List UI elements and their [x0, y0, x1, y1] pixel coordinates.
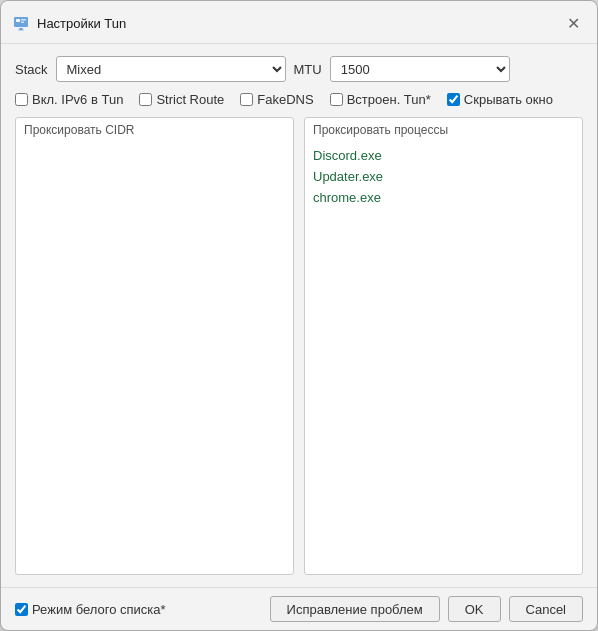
- app-icon: [13, 15, 29, 31]
- window-title: Настройки Tun: [37, 16, 126, 31]
- svg-rect-5: [18, 30, 24, 31]
- stack-mtu-row: Stack Mixed System gVisor MTU 1500 9000: [15, 56, 583, 82]
- cancel-button[interactable]: Cancel: [509, 596, 583, 622]
- whitelist-label: Режим белого списка*: [32, 602, 166, 617]
- hide-window-checkbox-item[interactable]: Скрывать окно: [447, 92, 553, 107]
- processes-panel-title: Проксировать процессы: [305, 118, 582, 142]
- processes-panel-content: Discord.exe Updater.exe chrome.exe: [305, 142, 582, 574]
- bottom-bar: Режим белого списка* Исправление проблем…: [1, 587, 597, 630]
- title-bar-left: Настройки Tun: [13, 15, 126, 31]
- fakedns-label: FakeDNS: [257, 92, 313, 107]
- strict-route-label: Strict Route: [156, 92, 224, 107]
- fakedns-checkbox[interactable]: [240, 93, 253, 106]
- troubleshoot-button[interactable]: Исправление проблем: [270, 596, 440, 622]
- main-content: Stack Mixed System gVisor MTU 1500 9000 …: [1, 44, 597, 587]
- stack-label: Stack: [15, 62, 48, 77]
- cidr-panel-content: [16, 142, 293, 574]
- svg-rect-3: [21, 22, 24, 24]
- bottom-right: Исправление проблем OK Cancel: [270, 596, 583, 622]
- whitelist-checkbox-item[interactable]: Режим белого списка*: [15, 602, 166, 617]
- process-item-discord: Discord.exe: [313, 146, 574, 167]
- builtin-tun-checkbox-item[interactable]: Встроен. Tun*: [330, 92, 431, 107]
- process-item-chrome: chrome.exe: [313, 188, 574, 209]
- hide-window-label: Скрывать окно: [464, 92, 553, 107]
- mtu-select[interactable]: 1500 9000: [330, 56, 510, 82]
- processes-panel: Проксировать процессы Discord.exe Update…: [304, 117, 583, 575]
- builtin-tun-checkbox[interactable]: [330, 93, 343, 106]
- ipv6-label: Вкл. IPv6 в Tun: [32, 92, 123, 107]
- mtu-label: MTU: [294, 62, 322, 77]
- bottom-left: Режим белого списка*: [15, 602, 166, 617]
- fakedns-checkbox-item[interactable]: FakeDNS: [240, 92, 313, 107]
- svg-rect-2: [21, 19, 26, 21]
- stack-select[interactable]: Mixed System gVisor: [56, 56, 286, 82]
- title-bar: Настройки Tun ✕: [1, 1, 597, 44]
- svg-rect-1: [16, 19, 20, 22]
- process-item-updater: Updater.exe: [313, 167, 574, 188]
- ok-button[interactable]: OK: [448, 596, 501, 622]
- close-button[interactable]: ✕: [561, 11, 585, 35]
- panels-row: Проксировать CIDR Проксировать процессы …: [15, 117, 583, 575]
- strict-route-checkbox-item[interactable]: Strict Route: [139, 92, 224, 107]
- ipv6-checkbox[interactable]: [15, 93, 28, 106]
- cidr-panel: Проксировать CIDR: [15, 117, 294, 575]
- hide-window-checkbox[interactable]: [447, 93, 460, 106]
- cidr-panel-title: Проксировать CIDR: [16, 118, 293, 142]
- tun-settings-window: Настройки Tun ✕ Stack Mixed System gViso…: [0, 0, 598, 631]
- checkboxes-row: Вкл. IPv6 в Tun Strict Route FakeDNS Вст…: [15, 92, 583, 107]
- builtin-tun-label: Встроен. Tun*: [347, 92, 431, 107]
- whitelist-checkbox[interactable]: [15, 603, 28, 616]
- ipv6-checkbox-item[interactable]: Вкл. IPv6 в Tun: [15, 92, 123, 107]
- strict-route-checkbox[interactable]: [139, 93, 152, 106]
